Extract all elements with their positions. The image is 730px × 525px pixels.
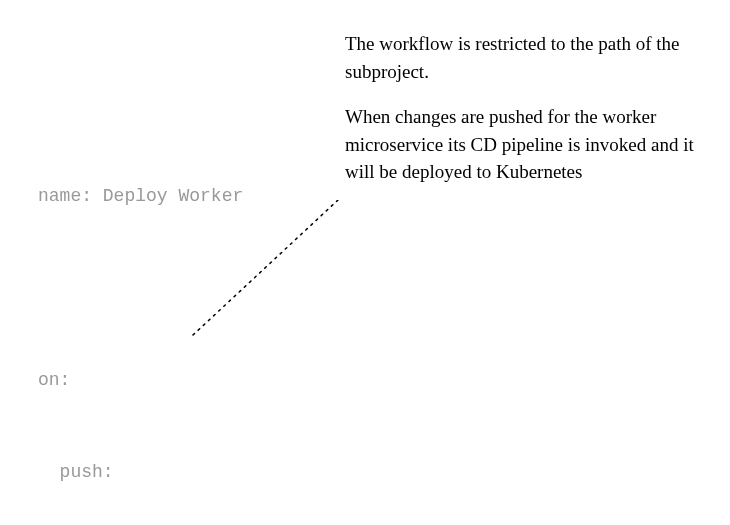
annotation-para-2: When changes are pushed for the worker m… bbox=[345, 103, 705, 186]
annotation-para-1: The workflow is restricted to the path o… bbox=[345, 30, 705, 85]
code-on-line: on: bbox=[38, 365, 524, 396]
code-blank-line bbox=[38, 273, 524, 304]
code-push-line: push: bbox=[38, 457, 524, 488]
annotation-text: The workflow is restricted to the path o… bbox=[345, 30, 705, 204]
